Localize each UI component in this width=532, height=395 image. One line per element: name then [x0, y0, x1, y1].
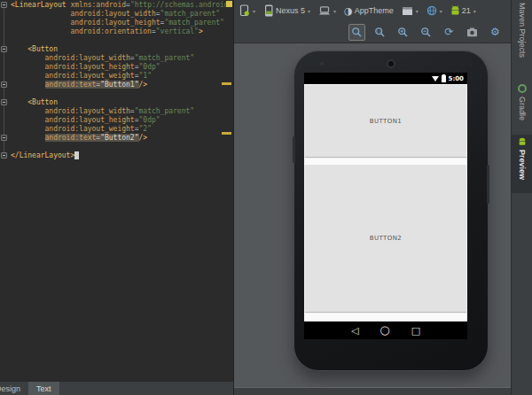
rendered-screen: 5:00 BUTTON1 BUTTON2 ◁ ○ □ — [304, 73, 467, 339]
refresh-button[interactable]: ⟳ — [441, 24, 458, 41]
code-line[interactable]: android:layout_width="match_parent" — [11, 54, 233, 63]
maven-projects-label: Maven Projects — [518, 3, 527, 58]
rendered-button2[interactable]: BUTTON2 — [305, 165, 466, 312]
home-icon: ○ — [379, 323, 389, 337]
code-token: "Button1" — [100, 81, 138, 89]
fold-marker[interactable] — [1, 2, 7, 8]
tool-tab-gradle[interactable]: Gradle — [512, 81, 532, 120]
code-token: <LinearLayout — [11, 1, 66, 9]
status-bar: 5:00 — [304, 73, 467, 84]
code-token: "match_parent" — [160, 10, 220, 18]
fold-marker[interactable] — [1, 46, 7, 52]
gear-icon: ⚙ — [490, 26, 500, 38]
tab-design[interactable]: Design — [0, 382, 28, 395]
code-line[interactable]: <LinearLayout xmlns:android="http://sche… — [11, 1, 233, 10]
code-line[interactable]: android:text="Button2"/> — [11, 134, 233, 143]
sensor-dot — [460, 63, 463, 66]
navigation-bar: ◁ ○ □ — [304, 321, 467, 339]
code-token: /> — [139, 134, 148, 142]
fold-gutter-line — [4, 5, 4, 154]
preview-canvas: 5:00 BUTTON1 BUTTON2 ◁ ○ □ — [234, 43, 512, 387]
sensor-dot — [470, 63, 473, 66]
volume-button — [293, 136, 295, 163]
screenshot-button[interactable] — [464, 24, 481, 41]
code-line[interactable]: android:layout_width="match_parent" — [11, 10, 233, 19]
code-line[interactable]: android:layout_weight="2" — [11, 125, 233, 134]
zoom-actual-size-button[interactable]: 1:1 — [372, 24, 388, 41]
locale-selector[interactable]: ▾ — [426, 5, 442, 16]
zoom-in-button[interactable] — [395, 24, 411, 41]
zoom-out-icon — [420, 27, 432, 38]
xml-editor[interactable]: <LinearLayout xmlns:android="http://sche… — [0, 0, 233, 381]
theme-label: AppTheme — [355, 6, 394, 15]
code-token: android:orientation — [70, 27, 152, 35]
code-line[interactable] — [11, 143, 233, 151]
recents-icon: □ — [411, 325, 420, 337]
code-line[interactable]: android:layout_height="0dp" — [11, 116, 233, 125]
code-line[interactable]: </LinearLayout> — [11, 151, 233, 160]
globe-icon — [426, 5, 437, 16]
code-line[interactable]: android:layout_width="match_parent" — [11, 107, 233, 116]
zoom-to-fit-button[interactable] — [348, 24, 365, 41]
device-selector[interactable]: Nexus 5 ▾ — [263, 4, 310, 17]
layout-render-area: BUTTON1 BUTTON2 — [304, 84, 467, 321]
code-token: xmlns:android — [70, 1, 126, 9]
code-token: "vertical" — [156, 27, 199, 35]
code-token: "match_parent" — [135, 107, 194, 115]
fold-marker[interactable] — [1, 99, 7, 105]
activity-selector[interactable]: ▾ — [402, 6, 419, 16]
code-token: "http://schemas.android.c — [130, 1, 233, 9]
zoom-fit-icon — [351, 27, 363, 38]
code-line[interactable]: android:orientation="vertical"> — [11, 27, 233, 36]
api-level-selector[interactable]: 21 ▾ — [450, 5, 476, 16]
code-line[interactable]: <Button — [11, 45, 233, 54]
target-selector[interactable]: ▾ — [318, 6, 336, 16]
code-token: android:layout_width — [70, 10, 155, 18]
chevron-down-icon: ▾ — [440, 8, 442, 14]
code-token: android:layout_height — [45, 63, 135, 71]
code-line[interactable] — [11, 36, 233, 45]
tool-tab-preview[interactable]: Preview — [512, 135, 532, 193]
code-area[interactable]: <LinearLayout xmlns:android="http://sche… — [11, 1, 233, 160]
code-line[interactable]: android:layout_height="0dp" — [11, 63, 233, 72]
android-robot-icon — [450, 5, 460, 16]
error-stripe-status-square[interactable] — [226, 1, 232, 7]
code-line[interactable]: android:layout_height="match_parent" — [11, 19, 233, 27]
code-line[interactable]: android:layout_weight="1" — [11, 72, 233, 81]
device-label: Nexus 5 — [276, 6, 305, 15]
back-icon: ◁ — [351, 325, 358, 337]
rendered-button1[interactable]: BUTTON1 — [305, 85, 466, 157]
code-token: "2" — [139, 125, 152, 133]
preview-pane-footer — [234, 387, 512, 395]
tool-tab-maven-projects[interactable]: Maven Projects — [512, 0, 532, 58]
zoom-in-icon — [397, 27, 409, 38]
code-token: android:text — [45, 134, 97, 142]
code-token: </LinearLayout> — [11, 151, 74, 159]
android-preview-icon — [518, 137, 527, 146]
error-stripe-mark[interactable] — [222, 132, 231, 135]
fold-marker[interactable] — [1, 135, 7, 141]
zoom-out-button[interactable] — [418, 24, 434, 41]
code-token: android:layout_width — [45, 54, 130, 62]
tab-text[interactable]: Text — [28, 382, 59, 395]
code-token: android:layout_height — [70, 19, 160, 27]
fold-marker[interactable] — [1, 81, 7, 88]
theme-selector[interactable]: ◑ AppTheme — [344, 5, 394, 17]
code-token: "1" — [139, 72, 152, 80]
code-token: <Button — [27, 45, 58, 53]
orientation-selector[interactable]: ▾ — [239, 4, 255, 17]
code-token: "match_parent" — [135, 54, 194, 62]
chevron-down-icon: ▾ — [473, 8, 476, 14]
code-line[interactable]: <Button — [11, 98, 233, 107]
error-stripe-mark[interactable] — [222, 82, 231, 85]
code-line[interactable]: android:text="Button1"/> — [11, 81, 233, 89]
theme-icon: ◑ — [344, 5, 353, 17]
preview-label: Preview — [518, 150, 527, 180]
earpiece-speaker — [387, 59, 395, 68]
code-line[interactable] — [11, 89, 233, 98]
code-token: <Button — [27, 98, 58, 106]
fold-marker[interactable] — [1, 152, 7, 159]
preview-settings-button[interactable]: ⚙ — [487, 24, 504, 41]
code-token: android:layout_weight — [45, 72, 135, 80]
svg-text:1:1: 1:1 — [376, 28, 381, 33]
